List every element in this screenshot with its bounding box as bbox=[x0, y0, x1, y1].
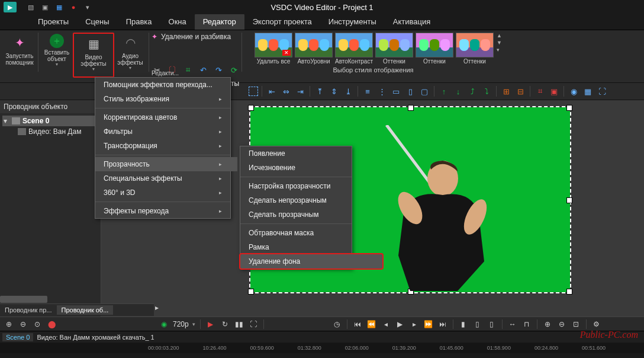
align-bottom-icon[interactable]: ⤓ bbox=[342, 85, 354, 97]
insert-object-button[interactable]: ＋ Вставить объект ▾ bbox=[41, 33, 73, 75]
style-autolevels[interactable]: АвтоУровни bbox=[294, 33, 333, 65]
snap-icon[interactable]: ⊓ bbox=[521, 319, 532, 330]
wand-small-icon[interactable]: ✦ bbox=[152, 33, 157, 41]
prev-frame-icon[interactable]: ◂ bbox=[381, 319, 391, 330]
ctx-color-correction[interactable]: Корректировка цветов▸ bbox=[95, 110, 237, 124]
align-left-icon[interactable]: ⇤ bbox=[266, 85, 278, 97]
ctx-360-3d[interactable]: 360° и 3D▸ bbox=[95, 186, 237, 200]
arrow-up-icon[interactable]: ↑ bbox=[438, 85, 450, 97]
dropdown-icon[interactable]: ▾ bbox=[83, 2, 92, 12]
arrow-top-icon[interactable]: ⤴ bbox=[466, 85, 478, 97]
ungroup-icon[interactable]: ⊟ bbox=[514, 85, 526, 97]
cut-right-icon[interactable]: ▯ bbox=[487, 319, 497, 330]
resize-handle[interactable] bbox=[566, 289, 572, 295]
forward-icon[interactable]: ⏩ bbox=[423, 319, 434, 330]
menu-edit[interactable]: Правка bbox=[118, 14, 160, 30]
explorer-scrollbar[interactable] bbox=[0, 295, 101, 303]
tl-zoom-in-icon[interactable]: ⊕ bbox=[542, 319, 553, 330]
sub-make-transparent[interactable]: Сделать прозрачным bbox=[240, 207, 382, 222]
arrow-bottom-icon[interactable]: ⤵ bbox=[481, 85, 492, 97]
play2-icon[interactable]: ▶ bbox=[395, 319, 405, 330]
same-size-icon[interactable]: ▢ bbox=[418, 85, 430, 97]
save-icon[interactable]: ▦ bbox=[54, 2, 64, 12]
select-tool-icon[interactable] bbox=[249, 87, 258, 96]
clock-icon[interactable]: ◷ bbox=[331, 319, 342, 330]
record-icon[interactable]: ● bbox=[69, 2, 78, 12]
settings-icon[interactable]: ⚙ bbox=[591, 319, 602, 330]
style-hue-2[interactable]: Оттенки bbox=[415, 33, 454, 65]
menu-windows[interactable]: Окна bbox=[160, 14, 195, 30]
fit-icon[interactable]: ▣ bbox=[548, 85, 560, 97]
collapse-icon[interactable]: ▾ bbox=[4, 117, 9, 125]
style-down-icon[interactable]: ▼ bbox=[497, 40, 502, 46]
menu-tools[interactable]: Инструменты bbox=[320, 14, 385, 30]
sub-opacity-settings[interactable]: Настройка прозрачности bbox=[240, 179, 382, 193]
rotate-cw-icon[interactable]: ↷ bbox=[213, 65, 224, 75]
sub-make-opaque[interactable]: Сделать непрозрачным bbox=[240, 193, 382, 207]
expand-icon[interactable]: ⛶ bbox=[596, 85, 608, 97]
menu-scenes[interactable]: Сцены bbox=[77, 14, 117, 30]
marker-icon[interactable]: ⬤ bbox=[46, 319, 57, 330]
go-start-icon[interactable]: ⏮ bbox=[352, 319, 363, 330]
resize-handle[interactable] bbox=[566, 105, 572, 111]
refresh-icon[interactable]: ⟳ bbox=[228, 65, 239, 75]
grid-icon[interactable]: ▦ bbox=[582, 85, 594, 97]
sub-background-remover[interactable]: Удаление фона bbox=[240, 254, 382, 268]
rotate-ccw-icon[interactable]: ↶ bbox=[198, 65, 208, 75]
go-end-icon[interactable]: ⏭ bbox=[437, 319, 448, 330]
video-effects-button[interactable]: ▦ Видео эффекты ▾ bbox=[73, 33, 114, 78]
resize-handle[interactable] bbox=[248, 105, 254, 111]
range-icon[interactable]: ▮▮ bbox=[234, 319, 244, 330]
style-hue-1[interactable]: Оттенки bbox=[375, 33, 414, 65]
sub-clipping-mask[interactable]: Обтравочная маска bbox=[240, 226, 382, 240]
resize-handle[interactable] bbox=[566, 197, 572, 203]
sub-fade-in[interactable]: Появление bbox=[240, 146, 382, 161]
new-icon[interactable]: ▧ bbox=[26, 2, 36, 12]
timeline-ruler[interactable]: 00:00:03.200 10:26.400 00:59.600 01:32.8… bbox=[0, 343, 644, 353]
ctx-filters[interactable]: Фильтры▸ bbox=[95, 124, 237, 139]
same-width-icon[interactable]: ▭ bbox=[390, 85, 402, 97]
audio-effects-button[interactable]: ◠ Аудио эффекты ▾ bbox=[114, 33, 146, 75]
menu-projects[interactable]: Проекты bbox=[30, 14, 77, 30]
style-autocontrast[interactable]: АвтоКонтраст bbox=[334, 33, 373, 65]
style-up-icon[interactable]: ▲ bbox=[497, 33, 502, 39]
play-icon[interactable]: ▶ bbox=[205, 319, 216, 330]
panel-collapse-icon[interactable]: ▸ bbox=[155, 303, 159, 312]
sub-fade-out[interactable]: Исчезновение bbox=[240, 161, 382, 175]
ctx-transformation[interactable]: Трансформация▸ bbox=[95, 139, 237, 153]
tree-video-row[interactable]: Видео: Ван Дам bbox=[2, 126, 98, 137]
align-right-icon[interactable]: ⇥ bbox=[294, 85, 306, 97]
loop-icon[interactable]: ↻ bbox=[220, 319, 230, 330]
open-icon[interactable]: ▣ bbox=[40, 2, 50, 12]
zoom-fit-icon[interactable]: ⊙ bbox=[32, 319, 43, 330]
zoom-in-icon[interactable]: ⊕ bbox=[4, 319, 14, 330]
tl-zoom-out-icon[interactable]: ⊖ bbox=[556, 319, 567, 330]
resolution-label[interactable]: 720p bbox=[173, 320, 189, 328]
tree-scene-row[interactable]: ▾ Scene 0 bbox=[2, 116, 98, 126]
cut-left-icon[interactable]: ▯ bbox=[472, 319, 483, 330]
style-hue-3[interactable]: Оттенки bbox=[455, 33, 494, 65]
timeline-scene-tab[interactable]: Scene 0 bbox=[2, 333, 33, 341]
rewind-icon[interactable]: ⏪ bbox=[366, 319, 377, 330]
style-expand-icon[interactable]: ▾ bbox=[497, 47, 502, 53]
ctx-special-fx[interactable]: Специальные эффекты▸ bbox=[95, 171, 237, 186]
dist-v-icon[interactable]: ⋮ bbox=[376, 85, 388, 97]
resize-handle[interactable] bbox=[248, 289, 254, 295]
timeline-clip-name[interactable]: Видео: Ван Дамм хромакей скачать_ 1 bbox=[37, 334, 154, 341]
ctx-transition-wizard[interactable]: Помощник эффектов перехода... bbox=[95, 78, 237, 92]
dist-h-icon[interactable]: ≡ bbox=[362, 85, 373, 97]
ripple-icon[interactable]: ↔ bbox=[507, 319, 518, 330]
eye-icon[interactable]: ◉ bbox=[568, 85, 579, 97]
group-icon[interactable]: ⊞ bbox=[500, 85, 512, 97]
align-middle-icon[interactable]: ⇕ bbox=[328, 85, 340, 97]
style-delete-all[interactable]: ✕Удалить все bbox=[254, 33, 293, 65]
ctx-transition-fx[interactable]: Эффекты перехода▸ bbox=[95, 204, 237, 218]
menu-export[interactable]: Экспорт проекта bbox=[244, 14, 320, 30]
align-center-h-icon[interactable]: ⇔ bbox=[280, 85, 292, 97]
tl-fit-icon[interactable]: ⊡ bbox=[571, 319, 581, 330]
tab-project-explorer[interactable]: Проводник пр... bbox=[0, 305, 57, 315]
zoom-out-icon[interactable]: ⊖ bbox=[18, 319, 28, 330]
same-height-icon[interactable]: ▯ bbox=[404, 85, 416, 97]
run-wizard-button[interactable]: ✦ Запустить помощник bbox=[4, 33, 36, 75]
ctx-transparency[interactable]: Прозрачность▸ bbox=[95, 157, 237, 171]
